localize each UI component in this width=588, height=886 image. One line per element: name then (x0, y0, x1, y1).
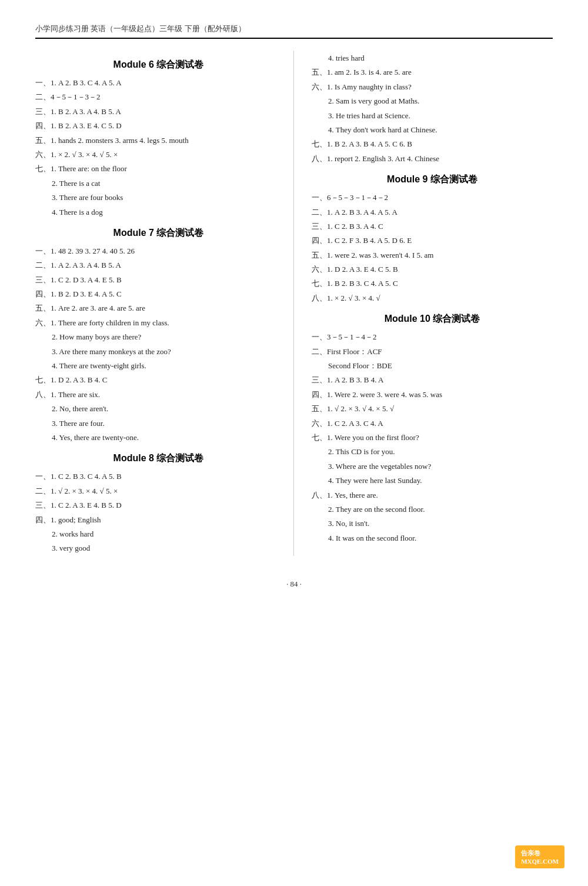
m7-line2: 二、1. A 2. A 3. A 4. B 5. A (35, 258, 282, 272)
m6-line5: 五、1. hands 2. monsters 3. arms 4. legs 5… (35, 134, 282, 147)
m6-line8: 2. There is a cat (35, 176, 282, 190)
m10-line11: 4. They were here last Sunday. (312, 474, 553, 487)
m10-line4: 三、1. A 2. B 3. B 4. A (312, 373, 553, 387)
m8-line3: 三、1. C 2. A 3. E 4. B 5. D (35, 498, 282, 512)
content-columns: Module 6 综合测试卷 一、1. A 2. B 3. C 4. A 5. … (35, 51, 553, 556)
m9-line2: 二、1. A 2. B 3. A 4. A 5. A (312, 205, 553, 219)
m9-line3: 三、1. C 2. B 3. A 4. C (312, 219, 553, 233)
m10-line3: Second Floor：BDE (312, 359, 553, 372)
m8r-line8: 八、1. report 2. English 3. Art 4. Chinese (312, 152, 553, 165)
m10-line2: 二、First Floor：ACF (312, 345, 553, 358)
m8r-line7: 七、1. B 2. A 3. B 4. A 5. C 6. B (312, 137, 553, 151)
m8r-line4: 2. Sam is very good at Maths. (312, 94, 553, 108)
m7-line12: 2. No, there aren't. (35, 402, 282, 415)
m6-line1: 一、1. A 2. B 3. C 4. A 5. A (35, 76, 282, 89)
page: 小学同步练习册 英语（一年级起点）三年级 下册（配外研版） Module 6 综… (0, 0, 588, 886)
m10-line14: 3. No, it isn't. (312, 517, 553, 530)
m8-line1: 一、1. C 2. B 3. C 4. A 5. B (35, 469, 282, 483)
m6-line9: 3. There are four books (35, 191, 282, 204)
m8-line6: 3. very good (35, 541, 282, 555)
m6-line6: 六、1. × 2. √ 3. × 4. √ 5. × (35, 148, 282, 161)
m6-line3: 三、1. B 2. A 3. A 4. B 5. A (35, 105, 282, 118)
m10-line5: 四、1. Were 2. were 3. were 4. was 5. was (312, 388, 553, 401)
m7-line4: 四、1. B 2. D 3. E 4. A 5. C (35, 287, 282, 301)
m6-line4: 四、1. B 2. A 3. E 4. C 5. D (35, 119, 282, 132)
m10-line1: 一、3－5－1－4－2 (312, 330, 553, 344)
module8-title: Module 8 综合测试卷 (35, 452, 282, 465)
m10-line9: 2. This CD is for you. (312, 445, 553, 458)
m10-line6: 五、1. √ 2. × 3. √ 4. × 5. √ (312, 402, 553, 415)
m7-line13: 3. There are four. (35, 417, 282, 430)
m7-line14: 4. Yes, there are twenty-one. (35, 431, 282, 444)
m6-line2: 二、4－5－1－3－2 (35, 90, 282, 104)
watermark: 告亲卷MXQE.COM (515, 845, 564, 868)
m10-line13: 2. They are on the second floor. (312, 502, 553, 516)
m8r-line6: 4. They don't work hard at Chinese. (312, 123, 553, 136)
m10-line15: 4. It was on the second floor. (312, 531, 553, 545)
page-number: · 84 · (35, 579, 553, 589)
m7-line8: 3. Are there many monkeys at the zoo? (35, 345, 282, 358)
module10-title: Module 10 综合测试卷 (312, 313, 553, 325)
m7-line6: 六、1. There are forty children in my clas… (35, 316, 282, 329)
m9-line1: 一、6－5－3－1－4－2 (312, 191, 553, 204)
m7-line1: 一、1. 48 2. 39 3. 27 4. 40 5. 26 (35, 244, 282, 258)
m8r-line3: 六、1. Is Amy naughty in class? (312, 80, 553, 94)
m7-line3: 三、1. C 2. D 3. A 4. E 5. B (35, 273, 282, 287)
m8r-line1: 4. tries hard (312, 51, 553, 65)
module9-title: Module 9 综合测试卷 (312, 174, 553, 186)
m7-line10: 七、1. D 2. A 3. B 4. C (35, 373, 282, 387)
m9-line4: 四、1. C 2. F 3. B 4. A 5. D 6. E (312, 234, 553, 247)
m10-line8: 七、1. Were you on the first floor? (312, 431, 553, 444)
m8r-line2: 五、1. am 2. Is 3. is 4. are 5. are (312, 65, 553, 79)
m10-line7: 六、1. C 2. A 3. C 4. A (312, 417, 553, 430)
m6-line10: 4. There is a dog (35, 205, 282, 219)
m9-line7: 七、1. B 2. B 3. C 4. A 5. C (312, 277, 553, 290)
m9-line5: 五、1. were 2. was 3. weren't 4. I 5. am (312, 248, 553, 262)
module7-title: Module 7 综合测试卷 (35, 227, 282, 239)
m10-line10: 3. Where are the vegetables now? (312, 459, 553, 473)
m6-line7: 七、1. There are: on the floor (35, 162, 282, 175)
m7-line7: 2. How many boys are there? (35, 330, 282, 344)
right-column: 4. tries hard 五、1. am 2. Is 3. is 4. are… (294, 51, 553, 556)
left-column: Module 6 综合测试卷 一、1. A 2. B 3. C 4. A 5. … (35, 51, 294, 556)
m9-line8: 八、1. × 2. √ 3. × 4. √ (312, 291, 553, 305)
m8-line5: 2. works hard (35, 527, 282, 541)
m7-line5: 五、1. Are 2. are 3. are 4. are 5. are (35, 301, 282, 315)
m7-line9: 4. There are twenty-eight girls. (35, 359, 282, 372)
m9-line6: 六、1. D 2. A 3. E 4. C 5. B (312, 262, 553, 276)
m8r-line5: 3. He tries hard at Science. (312, 109, 553, 122)
m8-line4: 四、1. good; English (35, 513, 282, 527)
m7-line11: 八、1. There are six. (35, 388, 282, 401)
header-title: 小学同步练习册 英语（一年级起点）三年级 下册（配外研版） (35, 24, 553, 39)
m10-line12: 八、1. Yes, there are. (312, 488, 553, 502)
watermark-text: 告亲卷MXQE.COM (521, 850, 559, 865)
m8-line2: 二、1. √ 2. × 3. × 4. √ 5. × (35, 484, 282, 498)
module6-title: Module 6 综合测试卷 (35, 59, 282, 71)
